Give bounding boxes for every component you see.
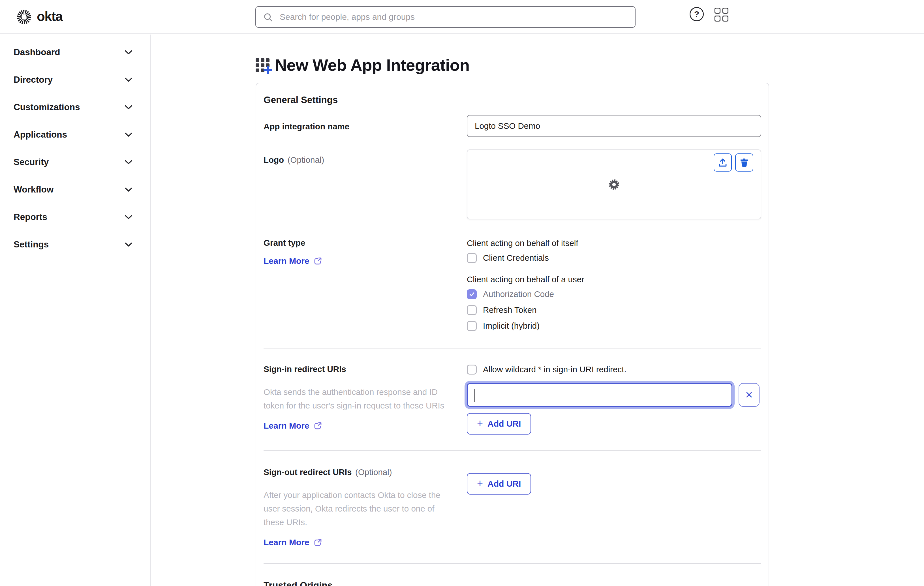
okta-logo[interactable]: okta [16, 0, 63, 34]
sidebar-item-customizations[interactable]: Customizations [0, 93, 150, 121]
brand-wordmark: okta [37, 8, 63, 26]
section-divider [264, 451, 761, 451]
sidebar-item-label: Security [13, 157, 49, 167]
client-user-heading: Client acting on behalf of a user [467, 274, 761, 284]
sidebar-item-label: Customizations [13, 102, 80, 112]
main-content: New Web App Integration General Settings… [152, 35, 924, 586]
chevron-down-icon [125, 78, 132, 82]
upload-logo-button[interactable] [714, 154, 732, 172]
app-name-row: App integration name [264, 115, 761, 137]
plus-icon [264, 66, 272, 74]
sign-out-label: Sign-out redirect URIs [264, 467, 351, 477]
sidebar-item-applications[interactable]: Applications [0, 121, 150, 149]
grant-type-row: Grant type Learn More Client acting on b… [264, 238, 761, 332]
checkbox-label: Client Credentials [483, 253, 549, 263]
grid-square [723, 8, 728, 13]
delete-logo-button[interactable] [735, 154, 753, 172]
sidebar-item-directory[interactable]: Directory [0, 66, 150, 93]
general-settings-heading: General Settings [264, 94, 761, 105]
sidebar-item-workflow[interactable]: Workflow [0, 176, 150, 203]
external-link-icon [314, 538, 322, 547]
new-app-integration-icon [256, 58, 271, 74]
chevron-down-icon [125, 242, 132, 247]
okta-sunburst-icon [16, 9, 32, 25]
sidebar-item-security[interactable]: Security [0, 149, 150, 176]
sign-in-label: Sign-in redirect URIs [264, 364, 450, 374]
help-button[interactable]: ? [690, 7, 704, 21]
sidebar-item-reports[interactable]: Reports [0, 203, 150, 231]
trash-icon [739, 157, 749, 168]
logo-dropzone[interactable] [467, 149, 761, 220]
learn-more-text: Learn More [264, 256, 309, 266]
logo-optional-text: (Optional) [288, 155, 324, 165]
upload-icon [717, 157, 728, 168]
sign-in-uri-input[interactable] [467, 383, 733, 407]
sign-in-add-uri-button[interactable]: + Add URI [467, 413, 531, 434]
section-divider [264, 563, 761, 564]
chevron-down-icon [125, 50, 132, 54]
general-settings-card: General Settings App integration name Lo… [256, 83, 769, 586]
refresh-token-checkbox[interactable] [467, 305, 477, 315]
sidebar-nav: Dashboard Directory Customizations Appli… [0, 35, 151, 586]
global-search-input[interactable] [255, 6, 635, 28]
add-uri-label: Add URI [487, 419, 521, 429]
grant-learn-more-link[interactable]: Learn More [264, 256, 322, 266]
grid-square [714, 16, 721, 21]
chevron-down-icon [125, 132, 132, 137]
sign-in-redirect-row: Sign-in redirect URIs Okta sends the aut… [264, 364, 761, 434]
sidebar-item-label: Dashboard [13, 47, 60, 58]
app-name-label: App integration name [264, 122, 349, 131]
sign-out-optional-text: (Optional) [355, 467, 392, 477]
sidebar-item-settings[interactable]: Settings [0, 231, 150, 258]
checkbox-label: Implicit (hybrid) [483, 321, 540, 331]
chevron-down-icon [125, 187, 132, 192]
sidebar-item-label: Settings [13, 239, 49, 250]
grid-square [714, 8, 721, 13]
remove-uri-button[interactable]: ✕ [739, 383, 759, 407]
chevron-down-icon [125, 215, 132, 220]
learn-more-text: Learn More [264, 421, 309, 431]
checkbox-label: Refresh Token [483, 305, 537, 315]
authorization-code-checkbox[interactable] [467, 289, 477, 299]
client-credentials-checkbox-row[interactable]: Client Credentials [467, 252, 761, 264]
external-link-icon [314, 256, 322, 266]
grid-square [723, 16, 728, 21]
top-header: okta ? [0, 0, 924, 34]
sidebar-item-dashboard[interactable]: Dashboard [0, 38, 150, 66]
logo-label: Logo [264, 155, 284, 165]
chevron-down-icon [125, 160, 132, 165]
wildcard-checkbox-row[interactable]: Allow wildcard * in sign-in URI redirect… [467, 363, 761, 376]
checkbox-label: Authorization Code [483, 289, 554, 299]
sidebar-item-label: Directory [13, 74, 53, 85]
sign-in-learn-more-link[interactable]: Learn More [264, 421, 322, 431]
sign-out-add-uri-button[interactable]: + Add URI [467, 473, 531, 495]
refresh-token-checkbox-row[interactable]: Refresh Token [467, 304, 761, 316]
sign-in-description: Okta sends the authentication response a… [264, 385, 450, 413]
sign-out-redirect-row: Sign-out redirect URIs (Optional) After … [264, 467, 761, 547]
sidebar-item-label: Reports [13, 212, 47, 222]
chevron-down-icon [125, 105, 132, 109]
add-uri-label: Add URI [487, 479, 521, 489]
text-caret [474, 389, 475, 402]
wildcard-checkbox[interactable] [467, 365, 477, 375]
authorization-code-checkbox-row[interactable]: Authorization Code [467, 288, 761, 300]
checkbox-label: Allow wildcard * in sign-in URI redirect… [483, 365, 627, 374]
implicit-hybrid-checkbox-row[interactable]: Implicit (hybrid) [467, 320, 761, 332]
grant-type-label: Grant type [264, 238, 450, 248]
apps-grid-icon[interactable] [714, 8, 729, 21]
sign-out-learn-more-link[interactable]: Learn More [264, 538, 322, 547]
logo-row: Logo (Optional) [264, 149, 761, 220]
plus-icon: + [477, 418, 483, 428]
app-integration-name-input[interactable] [467, 115, 761, 137]
logo-optional-label [285, 155, 288, 165]
plus-icon: + [477, 478, 483, 488]
client-itself-heading: Client acting on behalf of itself [467, 238, 761, 248]
implicit-hybrid-checkbox[interactable] [467, 321, 477, 331]
sign-out-optional-space [353, 467, 355, 477]
sign-out-description: After your application contacts Okta to … [264, 488, 450, 529]
search-icon [263, 12, 274, 23]
sidebar-item-label: Workflow [13, 184, 53, 195]
trusted-origins-heading: Trusted Origins [264, 580, 761, 586]
learn-more-text: Learn More [264, 538, 309, 547]
client-credentials-checkbox[interactable] [467, 253, 477, 263]
